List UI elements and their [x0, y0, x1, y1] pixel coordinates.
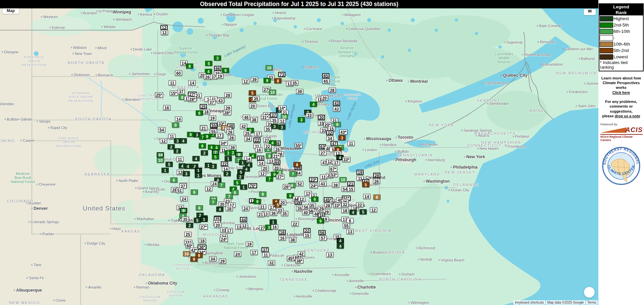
station-marker[interactable]: 6	[170, 178, 178, 183]
station-marker[interactable]: 13	[268, 159, 275, 164]
station-marker[interactable]: 2	[174, 148, 181, 154]
station-marker[interactable]: 1	[195, 168, 202, 173]
station-marker[interactable]: 24	[242, 206, 249, 211]
station-marker[interactable]: 7	[218, 183, 225, 188]
station-marker[interactable]: 33	[306, 113, 313, 118]
station-marker[interactable]: 34*	[219, 141, 228, 146]
station-marker[interactable]: 10	[183, 251, 190, 256]
station-marker[interactable]: 11	[348, 141, 355, 146]
terms-link[interactable]: Terms	[586, 300, 598, 305]
map-canvas[interactable]: WinnipegBrandonla PrairieSteinbachWinkle…	[0, 0, 598, 305]
station-marker[interactable]: 32	[342, 202, 349, 207]
station-marker[interactable]: 57	[320, 236, 327, 241]
station-marker[interactable]: 53*	[330, 172, 338, 177]
station-marker[interactable]: 39	[229, 145, 236, 150]
station-marker[interactable]: 18	[199, 238, 206, 243]
station-marker[interactable]: 56	[318, 230, 326, 235]
station-marker[interactable]: 35	[291, 80, 298, 85]
station-marker[interactable]: 21	[259, 204, 266, 209]
station-marker[interactable]: 20	[279, 200, 286, 205]
station-marker[interactable]: 28*	[188, 97, 196, 102]
station-marker[interactable]: 2	[186, 223, 193, 228]
station-marker[interactable]: 12	[205, 186, 212, 191]
station-marker[interactable]: 43*	[339, 130, 347, 135]
station-marker[interactable]: 33*	[333, 203, 341, 208]
station-marker[interactable]: 1	[270, 220, 277, 225]
station-marker[interactable]: 2	[224, 171, 231, 176]
station-marker[interactable]: 15	[304, 233, 311, 238]
station-marker[interactable]: 38	[332, 183, 339, 188]
station-marker[interactable]: 4	[216, 207, 224, 212]
station-marker[interactable]: 9	[180, 208, 187, 213]
station-marker[interactable]: 24	[234, 252, 241, 257]
station-marker[interactable]: 7	[226, 194, 233, 199]
station-marker[interactable]: 10	[340, 177, 347, 182]
station-marker[interactable]: 17	[216, 133, 223, 138]
station-marker[interactable]: 8	[259, 192, 266, 197]
keyboard-shortcuts-link[interactable]: Keyboard shortcuts	[513, 300, 545, 305]
station-marker[interactable]: 25	[244, 131, 251, 136]
station-marker[interactable]: 12	[241, 223, 248, 228]
station-marker[interactable]: 26	[204, 75, 211, 80]
station-marker[interactable]: 6	[191, 190, 198, 195]
station-marker[interactable]: 12	[242, 79, 249, 84]
station-marker[interactable]: 21	[347, 181, 354, 186]
station-marker[interactable]: 7	[266, 177, 273, 182]
station-marker[interactable]: 38	[289, 237, 296, 242]
station-marker[interactable]: 43	[319, 181, 327, 186]
station-marker[interactable]: 21*	[272, 154, 280, 159]
station-marker[interactable]: 22	[292, 222, 299, 227]
station-marker[interactable]: 4	[350, 210, 357, 215]
station-marker[interactable]: 5	[205, 61, 212, 66]
station-marker[interactable]: 11	[169, 80, 176, 85]
station-marker[interactable]: 8	[196, 205, 203, 210]
station-marker[interactable]: 28	[325, 203, 332, 208]
station-marker[interactable]: 16	[257, 156, 264, 161]
station-marker[interactable]: 3	[279, 125, 286, 130]
station-marker[interactable]: 66	[214, 66, 221, 71]
station-marker[interactable]: 26	[227, 130, 234, 135]
station-marker[interactable]: 8	[187, 132, 194, 137]
station-marker[interactable]: 19	[209, 116, 216, 121]
station-marker[interactable]: 22	[221, 162, 228, 167]
station-marker[interactable]: 37	[208, 100, 215, 105]
station-marker[interactable]: 35	[309, 203, 316, 208]
station-marker[interactable]: 17	[226, 228, 233, 233]
station-marker[interactable]: 27*	[200, 225, 208, 230]
station-marker[interactable]: 4	[185, 164, 192, 169]
station-marker[interactable]: 8	[275, 78, 282, 83]
station-marker[interactable]: 18	[226, 206, 233, 211]
station-marker[interactable]: 10	[266, 65, 273, 70]
station-marker[interactable]: 5	[234, 180, 241, 185]
station-marker[interactable]: 14	[189, 80, 196, 85]
station-marker[interactable]: 10	[269, 90, 276, 95]
station-marker[interactable]: 5	[360, 209, 367, 215]
station-marker[interactable]: 42	[298, 251, 305, 256]
station-marker[interactable]: 16	[255, 147, 262, 152]
station-marker[interactable]: 1	[195, 173, 202, 178]
station-marker[interactable]: 22	[303, 228, 310, 233]
station-marker[interactable]: 27	[319, 150, 327, 156]
station-marker[interactable]: 34	[209, 256, 216, 261]
station-marker[interactable]: 2	[201, 150, 208, 156]
station-marker[interactable]: 54	[158, 127, 165, 132]
station-marker[interactable]: 16	[163, 105, 170, 110]
station-marker[interactable]: 25*	[155, 93, 163, 98]
station-marker[interactable]: 9	[191, 257, 198, 262]
station-marker[interactable]: 26	[373, 173, 380, 178]
station-marker[interactable]: 52	[296, 181, 303, 186]
station-marker[interactable]: 28	[228, 135, 235, 140]
station-marker[interactable]: 20	[262, 166, 269, 171]
station-marker[interactable]: 12	[327, 159, 334, 164]
station-marker[interactable]: 33*	[342, 157, 350, 162]
station-marker[interactable]: 4	[310, 102, 317, 107]
station-marker[interactable]: 14	[363, 194, 370, 199]
station-marker[interactable]: 28	[329, 88, 336, 93]
station-marker[interactable]: 11	[177, 157, 184, 162]
station-marker[interactable]: 38	[251, 117, 258, 122]
station-marker[interactable]: 36*	[198, 245, 206, 250]
station-marker[interactable]: 42	[240, 124, 247, 129]
station-marker[interactable]: 3	[214, 56, 221, 61]
station-marker[interactable]: 24	[211, 181, 218, 186]
station-marker[interactable]: 32	[268, 260, 275, 265]
